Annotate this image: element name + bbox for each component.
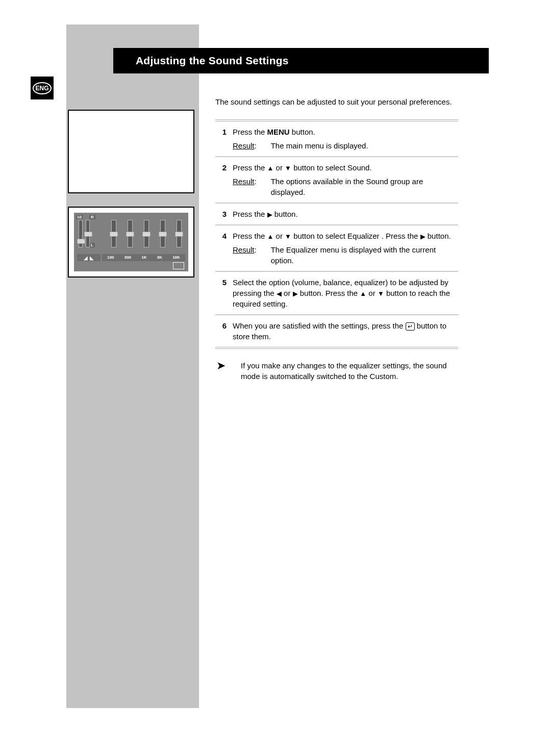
eq-knob xyxy=(175,232,183,237)
steps-list: 1Press the MENU button.Result:The main m… xyxy=(215,119,458,349)
eq-band-label: 3K xyxy=(157,254,162,261)
step-line: Press the ▶ button. xyxy=(233,209,457,219)
step-number: 2 xyxy=(216,162,233,197)
eq-slider xyxy=(79,220,82,247)
step-line: When you are satisfied with the settings… xyxy=(233,320,457,342)
language-badge: ENG xyxy=(31,77,54,99)
direction-arrow-icon: ▲ xyxy=(267,233,274,240)
step-body: Press the ▲ or ▼ button to select Sound.… xyxy=(233,162,457,197)
step-line: Press the ▲ or ▼ button to select Equali… xyxy=(233,231,457,241)
direction-arrow-icon: ▶ xyxy=(293,290,298,297)
result-text: The options available in the Sound group… xyxy=(271,176,457,197)
eq-nav-arrows: ◢ ◣ xyxy=(77,254,101,261)
manual-page: ENG Adjusting the Sound Settings 10 R L xyxy=(0,0,551,756)
content-area: The sound settings can be adjusted to su… xyxy=(215,97,458,382)
step-body: Press the ▶ button. xyxy=(233,209,457,219)
step: 2Press the ▲ or ▼ button to select Sound… xyxy=(215,157,458,204)
right-arrow-icon: ◣ xyxy=(90,255,94,261)
step-number: 5 xyxy=(216,277,233,309)
step: 4Press the ▲ or ▼ button to select Equal… xyxy=(215,225,458,272)
step-line: Press the MENU button. xyxy=(233,127,457,137)
step-number: 1 xyxy=(216,127,233,151)
eq-band-labels: 100 300 1K 3K 10K xyxy=(102,254,185,261)
eq-scale-label: 10 xyxy=(76,215,83,219)
direction-arrow-icon: ▲ xyxy=(267,165,274,171)
language-badge-text: ENG xyxy=(33,82,51,94)
step-line: Result:The Equalizer menu is displayed w… xyxy=(233,244,457,266)
step-body: Select the option (volume, balance, equa… xyxy=(233,277,457,309)
direction-arrow-icon: ▲ xyxy=(360,290,366,297)
eq-store-icon xyxy=(173,262,184,269)
eq-l-label: L xyxy=(89,243,95,247)
enter-button-icon: ↵ xyxy=(406,322,415,331)
result-label: Result xyxy=(233,245,255,254)
eq-knob xyxy=(126,232,134,237)
eq-band-slider xyxy=(128,220,132,247)
eq-r-label: R xyxy=(89,215,95,219)
direction-arrow-icon: ▶ xyxy=(267,211,272,218)
step: 5Select the option (volume, balance, equ… xyxy=(215,272,458,315)
eq-band-slider xyxy=(112,220,116,247)
result-text: The main menu is displayed. xyxy=(271,140,457,151)
result-text: The Equalizer menu is displayed with the… xyxy=(271,244,457,266)
step: 6When you are satisfied with the setting… xyxy=(215,315,458,347)
menu-button-label: MENU xyxy=(267,128,290,136)
note-arrow-icon: ➤ xyxy=(215,360,241,382)
page-title: Adjusting the Sound Settings xyxy=(114,55,289,67)
step-line: Result:The options available in the Soun… xyxy=(233,176,457,197)
equalizer-inner: 10 R L ◢ ◣ 100 3 xyxy=(74,213,188,271)
eq-band-slider xyxy=(144,220,148,247)
step-line: Select the option (volume, balance, equa… xyxy=(233,277,457,309)
direction-arrow-icon: ◀ xyxy=(277,290,282,297)
eq-band-label: 100 xyxy=(107,254,114,261)
page-title-box: Adjusting the Sound Settings xyxy=(113,48,489,73)
step-body: Press the MENU button.Result:The main me… xyxy=(233,127,457,151)
step-body: When you are satisfied with the settings… xyxy=(233,320,457,342)
step-line: Result:The main menu is displayed. xyxy=(233,140,457,151)
equalizer-screenshot: 10 R L ◢ ◣ 100 3 xyxy=(68,207,194,278)
eq-slider xyxy=(86,220,89,247)
direction-arrow-icon: ▼ xyxy=(285,233,291,240)
eq-band-slider xyxy=(161,220,165,247)
step: 1Press the MENU button.Result:The main m… xyxy=(215,121,458,157)
eq-knob xyxy=(110,232,118,237)
step-line: Press the ▲ or ▼ button to select Sound. xyxy=(233,162,457,173)
eq-knob xyxy=(84,232,92,237)
intro-text: The sound settings can be adjusted to su… xyxy=(215,97,458,107)
eq-band-label: 300 xyxy=(124,254,131,261)
result-label: Result xyxy=(233,177,255,186)
step-number: 6 xyxy=(216,320,233,342)
step-body: Press the ▲ or ▼ button to select Equali… xyxy=(233,231,457,266)
eq-band-label: 10K xyxy=(172,254,180,261)
direction-arrow-icon: ▼ xyxy=(285,165,291,171)
screenshot-placeholder-1 xyxy=(68,110,194,193)
equalizer-sliders: 10 R L xyxy=(74,214,188,250)
eq-band-group xyxy=(105,214,188,250)
eq-knob xyxy=(159,232,167,237)
page-number-triangle-icon xyxy=(127,735,138,743)
step-number: 4 xyxy=(216,231,233,266)
eq-band-label: 1K xyxy=(141,254,146,261)
step-number: 3 xyxy=(216,209,233,219)
note-block: ➤ If you make any changes to the equaliz… xyxy=(215,360,458,382)
step: 3Press the ▶ button. xyxy=(215,204,458,225)
direction-arrow-icon: ▶ xyxy=(420,233,425,240)
result-label: Result xyxy=(233,141,255,150)
page-number: 22 xyxy=(127,726,134,734)
direction-arrow-icon: ▼ xyxy=(378,290,384,297)
eq-knob xyxy=(77,239,85,244)
eq-band-slider xyxy=(177,220,181,247)
note-text: If you make any changes to the equalizer… xyxy=(241,360,458,382)
left-arrow-icon: ◢ xyxy=(84,255,88,261)
eq-knob xyxy=(142,232,151,237)
volume-balance-group: 10 R L xyxy=(74,214,105,250)
